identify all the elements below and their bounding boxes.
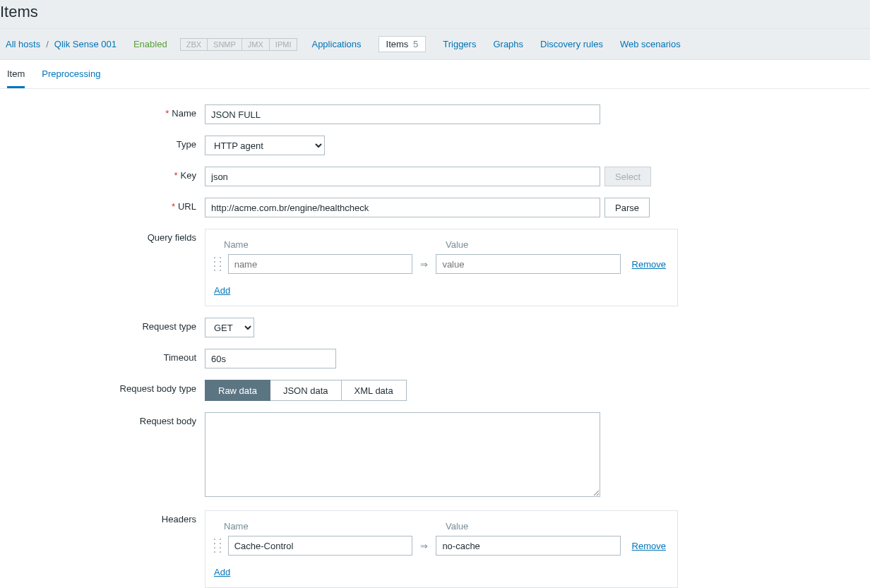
label-request-body-type: Request body type [120, 383, 196, 394]
label-timeout: Timeout [164, 352, 196, 363]
interface-ipmi: IPMI [270, 38, 298, 51]
label-request-type: Request type [142, 321, 196, 332]
interface-zbx: ZBX [180, 38, 208, 51]
name-input[interactable] [205, 104, 600, 124]
drag-handle-icon[interactable] [214, 257, 221, 271]
interface-badges: ZBX SNMP JMX IPMI [180, 38, 298, 51]
select-button[interactable]: Select [604, 167, 651, 186]
headers-box: Name Value ⇒ Remove Add [205, 510, 678, 588]
tab-preprocessing[interactable]: Preprocessing [42, 68, 100, 88]
header-add-link[interactable]: Add [214, 567, 230, 577]
menu-discovery[interactable]: Discovery rules [540, 39, 603, 49]
request-body-textarea[interactable] [205, 412, 600, 497]
label-key: Key [181, 170, 196, 181]
headers-value-header: Value [446, 521, 636, 532]
label-request-body: Request body [140, 416, 196, 426]
menu-items: Items 5 [379, 36, 427, 52]
header-remove-link[interactable]: Remove [632, 541, 666, 551]
query-add-link[interactable]: Add [214, 285, 230, 296]
menu-web-scenarios[interactable]: Web scenarios [620, 39, 681, 49]
breadcrumb-all-hosts[interactable]: All hosts [6, 39, 40, 49]
menu-items-label: Items [386, 39, 409, 49]
tab-item[interactable]: Item [7, 68, 25, 88]
parse-button[interactable]: Parse [604, 198, 650, 217]
key-input[interactable] [205, 167, 600, 186]
headers-name-header: Name [224, 521, 415, 532]
menu-applications[interactable]: Applications [311, 39, 361, 49]
query-field-row: ⇒ Remove [214, 254, 666, 274]
arrow-icon: ⇒ [419, 541, 429, 551]
request-type-select[interactable]: GET [205, 318, 254, 337]
header-name-input[interactable] [228, 536, 412, 556]
request-body-type-segmented: Raw data JSON data XML data [205, 380, 407, 401]
timeout-input[interactable] [205, 349, 336, 368]
status-enabled: Enabled [133, 39, 167, 49]
drag-handle-icon[interactable] [214, 539, 221, 553]
query-value-input[interactable] [436, 254, 620, 274]
body-type-xml[interactable]: XML data [342, 380, 407, 401]
body-type-json[interactable]: JSON data [270, 380, 342, 401]
header-row: ⇒ Remove [214, 536, 666, 556]
label-name: Name [172, 108, 196, 119]
arrow-icon: ⇒ [419, 259, 429, 270]
url-input[interactable] [205, 198, 600, 217]
breadcrumb-host[interactable]: Qlik Sense 001 [54, 39, 117, 49]
label-type: Type [177, 139, 196, 150]
label-url: URL [178, 201, 196, 212]
query-value-header: Value [446, 239, 636, 250]
interface-jmx: JMX [242, 38, 270, 51]
query-name-header: Name [224, 239, 415, 250]
label-headers: Headers [162, 514, 196, 524]
page-title: Items [0, 0, 870, 28]
query-name-input[interactable] [228, 254, 412, 274]
header-value-input[interactable] [436, 536, 620, 556]
label-query-fields: Query fields [148, 232, 196, 243]
menu-items-count: 5 [413, 39, 418, 49]
interface-snmp: SNMP [208, 38, 242, 51]
type-select[interactable]: HTTP agent [205, 136, 325, 155]
tab-nav: Item Preprocessing [0, 60, 870, 89]
query-remove-link[interactable]: Remove [632, 259, 666, 270]
query-fields-box: Name Value ⇒ Remove Add [205, 229, 678, 306]
breadcrumb-subnav: All hosts / Qlik Sense 001 Enabled ZBX S… [0, 29, 870, 60]
breadcrumb-separator: / [46, 39, 49, 49]
menu-triggers[interactable]: Triggers [443, 39, 476, 49]
body-type-raw[interactable]: Raw data [205, 380, 270, 401]
menu-graphs[interactable]: Graphs [493, 39, 523, 49]
